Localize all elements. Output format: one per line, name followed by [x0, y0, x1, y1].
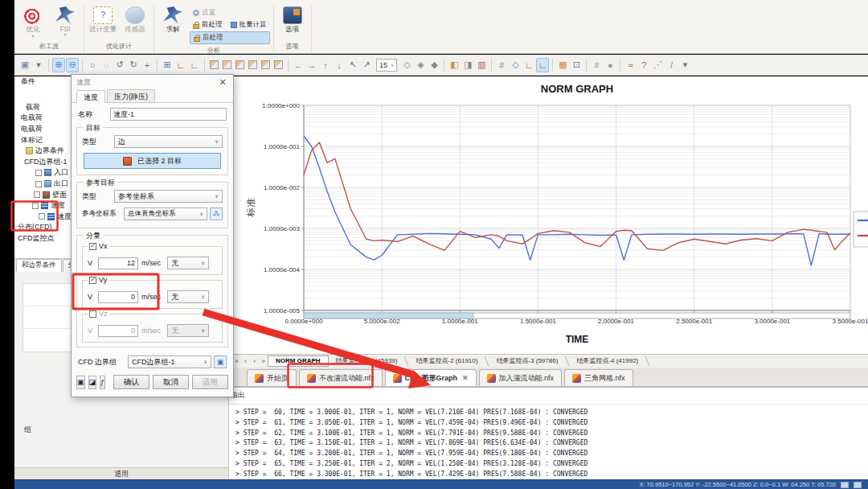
triad-green-icon[interactable]: ∟	[188, 58, 201, 72]
graph-nav-icon-2[interactable]: ›	[250, 357, 259, 365]
optimize-button[interactable]: 优化 ▾	[18, 5, 48, 38]
eraser-button[interactable]: ◪	[88, 376, 97, 389]
view-right-icon[interactable]	[248, 60, 257, 69]
color-legend-icon[interactable]: ▥	[475, 58, 488, 72]
viewport-layout-icon[interactable]: ⊞	[161, 58, 174, 72]
vx-checkbox[interactable]: ✓	[89, 243, 96, 250]
query-icon[interactable]: ?	[637, 58, 650, 72]
triad-red-icon[interactable]: ∟	[174, 58, 187, 72]
graph-tab-0[interactable]: NORM GRAPH	[268, 355, 329, 367]
file-tab-1[interactable]: 不改湍流动能.nfx	[299, 369, 383, 386]
view-back-icon[interactable]	[274, 60, 283, 69]
lock-icon[interactable]: ▣	[18, 58, 31, 72]
tab-pressure[interactable]: 压力(静压)	[107, 89, 155, 102]
preview-button[interactable]: ▣	[76, 376, 85, 389]
vz-checkbox[interactable]	[89, 310, 96, 318]
tab-general[interactable]: 通用	[14, 467, 228, 479]
name-field[interactable]	[110, 108, 227, 121]
pan-up-icon[interactable]: ↑	[319, 58, 332, 72]
close-icon[interactable]: ✕	[462, 374, 469, 382]
rotate-right-icon[interactable]: ↗	[360, 58, 373, 72]
confirm-button[interactable]: 确认	[113, 375, 149, 389]
measure-dropdown-icon[interactable]: ▾	[678, 58, 691, 72]
file-tab-0[interactable]: 开始页	[247, 369, 297, 386]
settings-button[interactable]: 设置	[190, 7, 270, 18]
apply-button[interactable]: 适用	[192, 375, 228, 389]
rotate-ccw-icon[interactable]: ↺	[113, 58, 126, 72]
close-icon[interactable]: ✕	[217, 77, 228, 88]
vy-checkbox[interactable]: ✓	[89, 277, 96, 284]
group-picker-button[interactable]: ▣	[214, 355, 227, 368]
sensor-button[interactable]: 传感器	[120, 5, 150, 35]
rotate-left-icon[interactable]: ↖	[346, 58, 359, 72]
design-variable-button[interactable]: ? 设计变量	[88, 5, 118, 35]
measure-icon[interactable]: /	[665, 58, 678, 72]
file-tab-3[interactable]: 加入湍流动能.nfx	[479, 369, 563, 386]
fsi-button[interactable]: FSI ▾	[50, 5, 80, 36]
view-front-icon[interactable]	[223, 60, 231, 69]
vx-function-select[interactable]: 无∨	[167, 257, 209, 269]
target-type-select[interactable]: 边∨	[114, 135, 223, 148]
hidden-line-icon[interactable]: ◈	[414, 58, 427, 72]
csys-picker-button[interactable]: ⁂	[210, 208, 223, 220]
pan-icon[interactable]: +	[141, 58, 154, 72]
selected-targets-button[interactable]: 已选择 2 目标	[84, 153, 221, 169]
lock-dropdown-icon[interactable]: ▾	[32, 58, 45, 72]
csys-icon[interactable]: ∟	[522, 58, 535, 72]
vy-value-field[interactable]	[98, 291, 138, 303]
contour-icon[interactable]: ≈	[624, 58, 637, 72]
tree-checkbox[interactable]	[35, 181, 42, 187]
solve-button[interactable]: 求解	[158, 5, 188, 35]
tab-loads-boundary[interactable]: 和边界条件	[16, 259, 62, 272]
coordinate-system-select[interactable]: 总体直角坐标系∨	[124, 208, 207, 220]
vx-value-field[interactable]	[98, 257, 138, 269]
cfd-boundary-group-select[interactable]: CFD边界组-1∨	[128, 355, 211, 368]
postprocess-button[interactable]: 后处理	[190, 31, 270, 44]
view-left-icon[interactable]	[261, 60, 270, 69]
zoom-level-select[interactable]: 15∨	[376, 59, 397, 72]
workplane-icon[interactable]: ◇	[509, 58, 522, 72]
snap-grid-icon[interactable]: #	[590, 58, 603, 72]
view-iso-icon[interactable]	[210, 60, 219, 69]
section-view-icon[interactable]: ◨	[461, 58, 474, 72]
dialog-titlebar[interactable]: 速度 ✕	[72, 75, 233, 89]
vy-function-select[interactable]: 无∨	[167, 290, 209, 303]
view-top-icon[interactable]	[235, 60, 244, 69]
zoom-previous-icon[interactable]: ⊖	[66, 58, 79, 72]
zoom-icon[interactable]: ○	[86, 58, 99, 72]
clip-plane-icon[interactable]: ◧	[448, 58, 461, 72]
zoom-fit-icon[interactable]: ⊕	[52, 58, 65, 72]
rotate-cw-icon[interactable]: ↻	[127, 58, 140, 72]
csys-local-icon[interactable]: ∟	[536, 58, 549, 72]
edit-function-button[interactable]: ƒ	[100, 376, 105, 389]
tree-checkbox[interactable]	[32, 203, 39, 209]
graph-nav-icon-1[interactable]: ‹	[241, 357, 250, 365]
wireframe-icon[interactable]: ◆	[428, 58, 440, 72]
pan-down-icon[interactable]: ↓	[333, 58, 346, 72]
file-tab-4[interactable]: 三角网格.nfx	[564, 369, 633, 386]
graph-tab-3[interactable]: 结果监控点-3 (59786)	[489, 355, 565, 367]
pan-left-icon[interactable]: ←	[292, 58, 305, 72]
graph-tab-1[interactable]: 结果监控点-1 (45939)	[329, 355, 405, 367]
shade-mode-icon[interactable]: ◇	[400, 58, 413, 72]
preprocess-button[interactable]: 前处理	[190, 19, 226, 31]
reference-type-select[interactable]: 参考坐标系∨	[114, 190, 223, 203]
pan-right-icon[interactable]: →	[305, 58, 318, 72]
node-display-icon[interactable]: ⊡	[570, 58, 583, 72]
cancel-button[interactable]: 取消	[153, 375, 189, 389]
graph-tab-4[interactable]: 结果监控点-4 (41992)	[569, 355, 645, 367]
tree-checkbox[interactable]	[34, 191, 40, 198]
file-tab-2[interactable]: CFD 图形Graph✕	[385, 369, 477, 386]
options-button[interactable]: 选项	[277, 5, 308, 35]
tree-checkbox[interactable]	[39, 213, 45, 220]
probe-icon[interactable]: ⋰	[651, 58, 664, 72]
tab-velocity[interactable]: 速度	[76, 90, 105, 103]
tree-checkbox[interactable]	[35, 170, 42, 176]
graph-nav-icon-3[interactable]: »	[259, 357, 268, 365]
graph-tab-2[interactable]: 结果监控点-2 (61910)	[408, 355, 485, 367]
render-sphere-icon[interactable]: ●	[604, 58, 616, 72]
mesh-display-icon[interactable]: ▦	[556, 58, 569, 72]
grid-icon[interactable]: #	[495, 58, 508, 72]
zoom-window-icon[interactable]: ◌	[100, 58, 113, 72]
batch-compute-button[interactable]: 批量计算	[227, 19, 270, 31]
